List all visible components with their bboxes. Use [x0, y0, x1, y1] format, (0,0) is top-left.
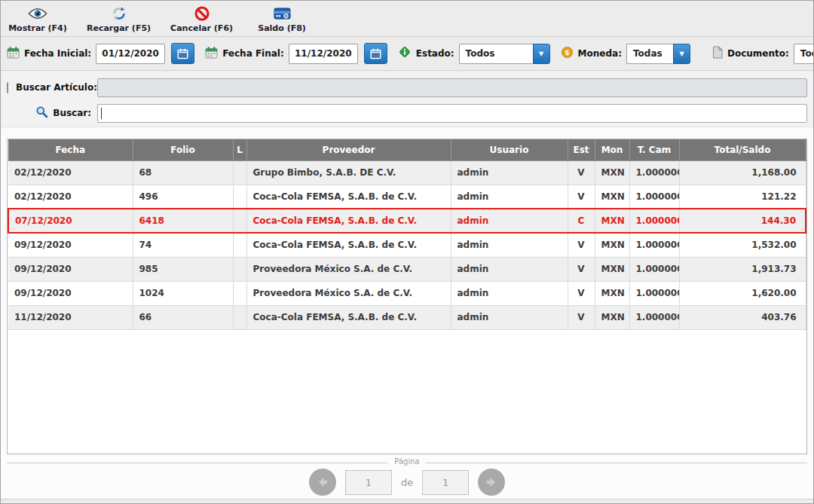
search-area: Buscar Artículo: Buscar: — [1, 71, 813, 127]
cell-mon: MXN — [595, 185, 629, 209]
svg-text:$: $ — [565, 49, 569, 57]
moneda-select[interactable]: Todas ▼ — [626, 44, 690, 64]
column-header-total[interactable]: Total/Saldo — [679, 139, 806, 160]
cell-folio: 6418 — [133, 209, 233, 233]
fecha-final-picker-button[interactable] — [364, 43, 387, 64]
cell-total: 403.76 — [679, 305, 806, 329]
buscar-articulo-checkbox[interactable] — [7, 82, 8, 93]
table-row[interactable]: 02/12/2020496Coca-Cola FEMSA, S.A.B. de … — [8, 185, 806, 209]
cell-fecha: 07/12/2020 — [8, 209, 133, 233]
cell-mon: MXN — [595, 160, 629, 185]
buscar-articulo-label: Buscar Artículo: — [16, 82, 97, 93]
cell-usuario: admin — [451, 209, 568, 233]
fecha-final-label: Fecha Final: — [222, 48, 284, 59]
column-header-folio[interactable]: Folio — [133, 139, 233, 160]
documento-value: Todos — [794, 44, 814, 64]
estado-group: Estado: Todos ▼ — [398, 44, 550, 64]
total-pages-field[interactable]: 1 — [422, 470, 469, 495]
cell-tcam: 1.000000 — [629, 233, 679, 257]
page-separator-label: de — [401, 477, 413, 488]
cell-folio: 1024 — [133, 281, 233, 305]
cell-l — [233, 209, 246, 233]
results-table-container: FechaFolioLProveedorUsuarioEstMonT. CamT… — [7, 139, 807, 454]
moneda-group: $ Moneda: Todas ▼ — [561, 44, 690, 64]
cancelar-button[interactable]: Cancelar (F6) — [170, 3, 233, 36]
cell-tcam: 1.000000 — [629, 281, 679, 305]
column-header-est[interactable]: Est — [568, 139, 595, 160]
previous-page-button[interactable] — [309, 469, 336, 496]
documento-select[interactable]: Todos ▼ — [794, 44, 814, 64]
chevron-down-icon: ▼ — [533, 44, 550, 64]
cancelar-label: Cancelar (F6) — [170, 23, 233, 33]
pagination-panel: Página 1 de 1 — [7, 463, 807, 498]
recargar-button[interactable]: Recargar (F5) — [87, 3, 151, 36]
app-window: { "toolbar": { "buttons": [ { "label": "… — [0, 0, 814, 504]
cell-usuario: admin — [451, 185, 568, 209]
cell-l — [233, 233, 246, 257]
cell-total: 1,620.00 — [679, 281, 806, 305]
cell-folio: 68 — [133, 160, 233, 185]
buscar-input[interactable] — [97, 104, 807, 123]
column-header-tcam[interactable]: T. Cam — [629, 139, 679, 160]
calendar-picker-icon — [177, 48, 188, 60]
column-header-usuario[interactable]: Usuario — [451, 139, 568, 160]
cell-proveedor: Coca-Cola FEMSA, S.A.B. de C.V. — [246, 305, 451, 329]
fecha-inicial-label: Fecha Inicial: — [24, 48, 91, 59]
fecha-final-input[interactable] — [289, 44, 358, 64]
saldo-button[interactable]: Saldo (F8) — [252, 3, 311, 36]
cell-usuario: admin — [451, 160, 568, 185]
buscar-articulo-input[interactable] — [97, 78, 807, 97]
cell-fecha: 02/12/2020 — [8, 185, 133, 209]
cell-folio: 74 — [133, 233, 233, 257]
cell-folio: 985 — [133, 257, 233, 281]
table-body: 02/12/202068Grupo Bimbo, S.A.B. DE C.V.a… — [8, 160, 806, 329]
cell-fecha: 11/12/2020 — [8, 305, 133, 329]
next-page-button[interactable] — [478, 469, 505, 496]
recargar-label: Recargar (F5) — [87, 23, 151, 33]
mostrar-button[interactable]: Mostrar (F4) — [8, 3, 67, 36]
cell-total: 144.30 — [679, 209, 806, 233]
table-row[interactable]: 09/12/2020985Proveedora México S.A. de C… — [8, 257, 806, 281]
table-row[interactable]: 11/12/202066Coca-Cola FEMSA, S.A.B. de C… — [8, 305, 806, 329]
cell-proveedor: Grupo Bimbo, S.A.B. DE C.V. — [246, 160, 451, 185]
cell-fecha: 09/12/2020 — [8, 257, 133, 281]
arrow-right-icon — [485, 475, 498, 489]
cell-tcam: 1.000000 — [629, 185, 679, 209]
calendar-picker-icon — [370, 48, 381, 60]
table-header-row: FechaFolioLProveedorUsuarioEstMonT. CamT… — [8, 139, 806, 160]
fecha-inicial-picker-button[interactable] — [171, 43, 194, 64]
eye-icon — [28, 5, 47, 22]
column-header-fecha[interactable]: Fecha — [8, 139, 133, 160]
cell-mon: MXN — [595, 305, 629, 329]
cell-est: V — [568, 160, 595, 185]
search-icon — [35, 105, 48, 121]
fecha-inicial-input[interactable] — [96, 44, 165, 64]
column-header-mon[interactable]: Mon — [595, 139, 629, 160]
cell-proveedor: Proveedora México S.A. de C.V. — [246, 281, 451, 305]
pagination-legend: Página — [388, 457, 425, 466]
cell-est: V — [568, 185, 595, 209]
arrow-left-icon — [316, 475, 329, 489]
column-header-proveedor[interactable]: Proveedor — [246, 139, 451, 160]
cell-tcam: 1.000000 — [629, 257, 679, 281]
estado-select[interactable]: Todos ▼ — [459, 44, 550, 64]
table-row[interactable]: 09/12/20201024Proveedora México S.A. de … — [8, 281, 806, 305]
cell-proveedor: Coca-Cola FEMSA, S.A.B. de C.V. — [246, 209, 451, 233]
cell-tcam: 1.000000 — [629, 305, 679, 329]
table-row[interactable]: 07/12/20206418Coca-Cola FEMSA, S.A.B. de… — [8, 209, 806, 233]
buscar-row: Buscar: — [7, 102, 807, 124]
chevron-down-icon: ▼ — [673, 44, 690, 64]
table-row[interactable]: 09/12/202074Coca-Cola FEMSA, S.A.B. de C… — [8, 233, 806, 257]
current-page-field[interactable]: 1 — [345, 470, 392, 495]
cell-total: 1,913.73 — [679, 257, 806, 281]
cell-usuario: admin — [451, 257, 568, 281]
cell-l — [233, 281, 246, 305]
documento-label: Documento: — [727, 48, 789, 59]
toolbar: Mostrar (F4) Recargar (F5) Cancelar (F6)… — [1, 1, 813, 37]
cell-folio: 66 — [133, 305, 233, 329]
cell-est: C — [568, 209, 595, 233]
table-row[interactable]: 02/12/202068Grupo Bimbo, S.A.B. DE C.V.a… — [8, 160, 806, 185]
filter-bar: Fecha Inicial: Fecha Final: Estado: Todo… — [1, 37, 813, 71]
cell-est: V — [568, 233, 595, 257]
column-header-l[interactable]: L — [233, 139, 246, 160]
